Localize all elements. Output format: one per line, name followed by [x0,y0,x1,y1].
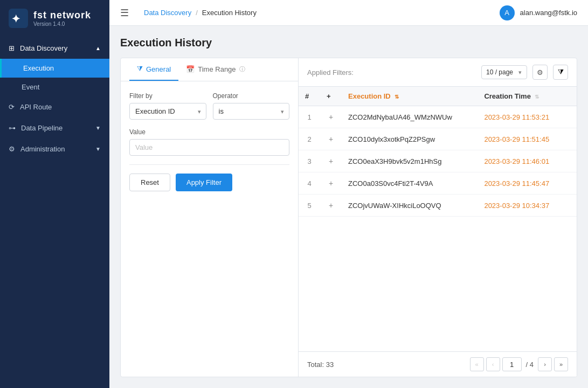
fst-logo-icon: ✦ [9,9,28,28]
page-title: Execution History [120,37,577,49]
filter-by-select[interactable]: Execution ID Status Created By [129,103,206,120]
tab-time-range[interactable]: 📅 Time Range ⓘ [178,58,252,81]
topbar-left: ☰ Data Discovery / Execution History [120,7,257,19]
filter-row-filter-by-operator: Filter by Execution ID Status Created By… [129,92,289,120]
row-creation-time: 2023-03-29 11:51:45 [478,128,577,150]
sidebar-item-label: Administration [20,145,65,153]
clear-filters-button[interactable]: ⧩ [553,65,568,80]
tab-general-label: General [146,65,171,73]
topbar-right: A alan.wang@fstk.io [500,5,577,20]
table-header-row: # + Execution ID ⇅ Creation Time ⇅ [299,87,577,106]
page-content: Execution History ⧩ General 📅 Time Range… [109,26,588,388]
sidebar-item-data-pipeline[interactable]: ⊶ Data Pipeline ▼ [0,117,109,138]
filter-by-label: Filter by [129,92,206,100]
topbar: ☰ Data Discovery / Execution History A a… [109,0,588,26]
table-row: 2 + ZCO10dylx3xotkPqZ2PSgw 2023-03-29 11… [299,128,577,150]
row-expand-button[interactable]: + [320,128,342,150]
row-execution-id: ZCOjvUWaW-XIHkciLoOQVQ [342,195,478,217]
page-size-select[interactable]: 10 / page 20 / page 50 / page [481,65,527,79]
sidebar-sub-label: Event [22,83,39,91]
tab-time-range-label: Time Range [198,65,236,73]
operator-col: Operator is is not contains [213,92,290,120]
chevron-down-icon: ▼ [95,125,101,131]
avatar: A [500,5,515,20]
tab-general[interactable]: ⧩ General [129,58,178,81]
table-row: 4 + ZCO0a03S0vc4Fti2T-4V9A 2023-03-29 11… [299,172,577,195]
filter-tabs: ⧩ General 📅 Time Range ⓘ [121,58,298,81]
col-header-execution-id[interactable]: Execution ID ⇅ [342,87,478,106]
settings-button[interactable]: ⚙ [532,65,548,80]
page-size-wrapper: 10 / page 20 / page 50 / page [481,65,527,79]
results-table: # + Execution ID ⇅ Creation Time ⇅ [299,87,577,217]
value-row: Value [129,128,289,156]
filter-panel: ⧩ General 📅 Time Range ⓘ Filter by [121,58,299,377]
sidebar-sub-label: Execution [23,64,54,72]
filter-by-select-wrapper: Execution ID Status Created By [129,103,206,120]
chevron-up-icon: ▲ [95,45,101,51]
chevron-down-icon: ▼ [95,146,101,152]
pagination-prev-button[interactable]: ‹ [486,357,500,371]
operator-select[interactable]: is is not contains [213,103,290,120]
app-version: Version 1.4.0 [33,21,91,27]
table-header: # + Execution ID ⇅ Creation Time ⇅ [299,87,577,106]
row-num: 5 [299,195,320,217]
row-creation-time: 2023-03-29 11:53:21 [478,106,577,128]
breadcrumb-separator: / [196,9,198,17]
pagination-page-input[interactable] [502,357,522,371]
menu-icon[interactable]: ☰ [120,7,129,19]
api-icon: ⟳ [9,103,15,111]
sidebar-item-label: API Route [20,103,52,111]
results-table-container: # + Execution ID ⇅ Creation Time ⇅ [299,87,577,351]
row-num: 2 [299,128,320,150]
pagination-last-button[interactable]: » [554,357,568,371]
row-creation-time: 2023-03-29 10:34:37 [478,195,577,217]
pipeline-icon: ⊶ [9,124,16,132]
sidebar-item-label: Data Discovery [20,44,67,52]
admin-icon: ⚙ [9,145,15,153]
breadcrumb-parent[interactable]: Data Discovery [144,9,191,17]
filter-divider [129,164,289,165]
filter-actions: Reset Apply Filter [129,174,289,191]
pagination-of-label: / 4 [524,361,536,369]
info-icon: ⓘ [239,65,245,73]
pagination: « ‹ / 4 › » [470,357,568,371]
pagination-next-button[interactable]: › [538,357,552,371]
operator-label: Operator [213,92,290,100]
table-body: 1 + ZCO2MdNybaUA46_WMzNWUw 2023-03-29 11… [299,106,577,217]
filter-body: Filter by Execution ID Status Created By… [121,81,298,377]
total-label: Total: 33 [307,361,334,369]
table-footer: Total: 33 « ‹ / 4 › » [299,351,577,377]
svg-text:✦: ✦ [11,13,20,25]
table-row: 1 + ZCO2MdNybaUA46_WMzNWUw 2023-03-29 11… [299,106,577,128]
user-name: alan.wang@fstk.io [520,9,577,17]
breadcrumb: Data Discovery / Execution History [144,9,257,17]
row-expand-button[interactable]: + [320,150,342,172]
sidebar-item-api-route[interactable]: ⟳ API Route [0,96,109,117]
sidebar-item-administration[interactable]: ⚙ Administration ▼ [0,138,109,160]
row-execution-id: ZCO2MdNybaUA46_WMzNWUw [342,106,478,128]
sidebar-item-event[interactable]: Event [0,78,109,96]
value-input[interactable] [129,139,289,156]
apply-filter-button[interactable]: Apply Filter [176,174,232,191]
main-area: ☰ Data Discovery / Execution History A a… [109,0,588,388]
filter-clear-icon: ⧩ [558,68,564,77]
operator-select-wrapper: is is not contains [213,103,290,120]
applied-filters-label: Applied Filters: [307,68,354,77]
row-expand-button[interactable]: + [320,106,342,128]
app-name: fst network [33,10,91,21]
sidebar-item-execution[interactable]: Execution [0,59,109,78]
reset-button[interactable]: Reset [129,174,170,191]
filter-icon: ⧩ [137,65,143,73]
sidebar-item-data-discovery[interactable]: ⊞ Data Discovery ▲ [0,38,109,59]
pagination-first-button[interactable]: « [470,357,484,371]
row-execution-id: ZCO0a03S0vc4Fti2T-4V9A [342,172,478,195]
table-row: 3 + ZCO0eaX3H9bvk5v2m1HhSg 2023-03-29 11… [299,150,577,172]
row-expand-button[interactable]: + [320,195,342,217]
results-tools: 10 / page 20 / page 50 / page ⚙ ⧩ [481,65,568,80]
sidebar-item-label: Data Pipeline [21,124,63,132]
database-icon: ⊞ [9,44,15,52]
row-creation-time: 2023-03-29 11:46:01 [478,150,577,172]
row-expand-button[interactable]: + [320,172,342,195]
col-header-creation-time[interactable]: Creation Time ⇅ [478,87,577,106]
row-execution-id: ZCO10dylx3xotkPqZ2PSgw [342,128,478,150]
